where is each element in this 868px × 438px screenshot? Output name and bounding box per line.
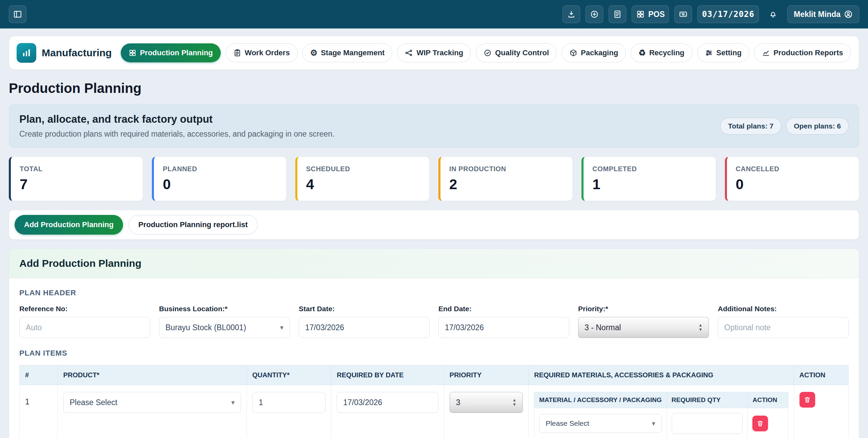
start-date-input[interactable]: 17/03/2026 — [299, 317, 430, 338]
tab-label: Stage Mangement — [321, 48, 384, 57]
notifications-button[interactable] — [764, 5, 782, 23]
current-date: 03/17/2026 — [702, 9, 754, 19]
selected-value: Please Select — [546, 419, 589, 427]
tab-packaging[interactable]: Packaging — [561, 43, 626, 62]
plan-items-table: # PRODUCT* QUANTITY* REQUIRED BY DATE PR… — [19, 365, 849, 438]
priority-field-group: Priority:* 3 - Normal ▲ ▼ — [578, 305, 709, 338]
user-menu-button[interactable]: Meklit Minda — [787, 5, 859, 23]
document-icon — [613, 10, 622, 19]
tab-recycling[interactable]: ♻ Recycling — [631, 43, 692, 62]
trash-icon — [804, 396, 811, 403]
stat-card-scheduled: SCHEDULED 4 — [295, 157, 430, 201]
delete-row-button[interactable] — [800, 392, 815, 407]
tab-label: Work Orders — [245, 48, 290, 57]
pos-button[interactable]: POS — [632, 5, 669, 23]
plan-items-section-label: PLAN ITEMS — [19, 349, 849, 358]
tab-stage-management[interactable]: ⚙ Stage Mangement — [302, 43, 393, 62]
stat-label: SCHEDULED — [306, 165, 420, 173]
selected-value: 3 - Normal — [585, 323, 621, 332]
actions-bar: Add Production Planning Production Plann… — [9, 210, 859, 240]
row-priority-select[interactable]: 3 ▲ ▼ — [450, 392, 523, 413]
stat-value: 0 — [163, 176, 277, 193]
tab-quality-control[interactable]: Quality Control — [476, 43, 557, 62]
page-content: Production Planning Plan, allocate, and … — [0, 81, 868, 438]
selected-value: 3 — [456, 398, 460, 407]
table-grid-icon — [129, 49, 137, 57]
tab-production-reports[interactable]: Production Reports — [754, 43, 851, 62]
brand: Manufacturing — [17, 43, 112, 63]
col-material: MATERIAL / ACCESSORY / PACKAGING — [534, 392, 667, 408]
tab-label: Production Planning — [140, 48, 213, 57]
stat-label: CANCELLED — [736, 165, 850, 173]
table-header-row: # PRODUCT* QUANTITY* REQUIRED BY DATE PR… — [20, 365, 849, 385]
tab-setting[interactable]: Setting — [697, 43, 750, 62]
stat-value: 4 — [306, 176, 420, 193]
production-planning-report-button[interactable]: Production Planning report.list — [129, 215, 258, 235]
stat-value: 0 — [736, 176, 850, 193]
priority-label: Priority:* — [578, 305, 709, 313]
clipboard-icon — [233, 49, 241, 57]
plan-item-row: 1 Please Select ▾ — [20, 385, 849, 438]
col-product: PRODUCT* — [58, 365, 246, 385]
product-select[interactable]: Please Select ▾ — [63, 392, 241, 413]
materials-header-row: MATERIAL / ACCESSORY / PACKAGING REQUIRE… — [534, 392, 788, 408]
sidebar-toggle-button[interactable] — [9, 5, 26, 23]
business-location-select[interactable]: Burayu Stock (BL0001) ▾ — [159, 317, 290, 338]
trash-icon — [756, 420, 764, 427]
stepper-icon: ▲ ▼ — [512, 398, 516, 406]
end-date-input[interactable]: 17/03/2026 — [438, 317, 569, 338]
bell-icon — [769, 10, 777, 19]
reference-input[interactable] — [19, 317, 150, 338]
cash-register-button[interactable] — [674, 5, 692, 23]
required-date-input[interactable]: 17/03/2026 — [337, 392, 438, 413]
col-index: # — [20, 365, 58, 385]
form-title: Add Production Planning — [19, 258, 849, 269]
plan-header-fields: Reference No: Business Location:* Burayu… — [19, 305, 849, 338]
documents-button[interactable] — [609, 5, 626, 23]
stat-card-planned: PLANNED 0 — [152, 157, 286, 201]
tab-label: Setting — [716, 48, 742, 57]
pos-label: POS — [648, 10, 665, 19]
banner-title: Plan, allocate, and track factory output — [19, 113, 334, 125]
download-button[interactable] — [563, 5, 580, 23]
stat-card-completed: COMPLETED 1 — [581, 157, 716, 201]
user-circle-icon — [844, 10, 853, 19]
stat-card-in-production: IN PRODUCTION 2 — [438, 157, 573, 201]
stat-label: TOTAL — [20, 165, 134, 173]
start-date-label: Start Date: — [299, 305, 430, 313]
material-row: Please Select ▾ — [534, 408, 788, 438]
gear-icon: ⚙ — [310, 49, 318, 57]
add-production-planning-button[interactable]: Add Production Planning — [15, 215, 123, 235]
priority-select[interactable]: 3 - Normal ▲ ▼ — [578, 317, 709, 338]
notes-input[interactable] — [718, 317, 849, 338]
total-plans-badge: Total plans: 7 — [720, 118, 781, 135]
col-required-qty: REQUIRED QTY — [667, 392, 748, 408]
box-icon — [569, 49, 577, 57]
stat-label: IN PRODUCTION — [449, 165, 564, 173]
user-name: Meklit Minda — [794, 10, 841, 19]
tab-wip-tracking[interactable]: WIP Tracking — [397, 43, 471, 62]
banner-pills: Total plans: 7 Open plans: 6 — [720, 118, 849, 135]
stat-card-cancelled: CANCELLED 0 — [725, 157, 859, 201]
selected-value: Burayu Stock (BL0001) — [165, 323, 246, 332]
business-location-label: Business Location:* — [159, 305, 290, 313]
brand-title: Manufacturing — [42, 47, 112, 59]
delete-material-button[interactable] — [752, 416, 768, 431]
tab-production-planning[interactable]: Production Planning — [121, 43, 221, 62]
quantity-input[interactable] — [252, 392, 326, 413]
form-body: PLAN HEADER Reference No: Business Locat… — [9, 278, 859, 438]
add-button[interactable] — [586, 5, 603, 23]
required-qty-input[interactable] — [672, 413, 743, 434]
end-date-field-group: End Date: 17/03/2026 — [438, 305, 569, 338]
notes-label: Additional Notes: — [718, 305, 849, 313]
col-mat-action: ACTION — [748, 392, 788, 408]
stepper-icon: ▲ ▼ — [698, 323, 703, 332]
cash-icon — [679, 10, 688, 19]
material-select[interactable]: Please Select ▾ — [539, 414, 662, 433]
tab-work-orders[interactable]: Work Orders — [225, 43, 298, 62]
plus-circle-icon — [590, 10, 599, 19]
open-plans-badge: Open plans: 6 — [786, 118, 849, 135]
banner-subtitle: Create production plans with required ma… — [19, 130, 334, 139]
reference-field-group: Reference No: — [19, 305, 150, 338]
stat-label: PLANNED — [163, 165, 277, 173]
